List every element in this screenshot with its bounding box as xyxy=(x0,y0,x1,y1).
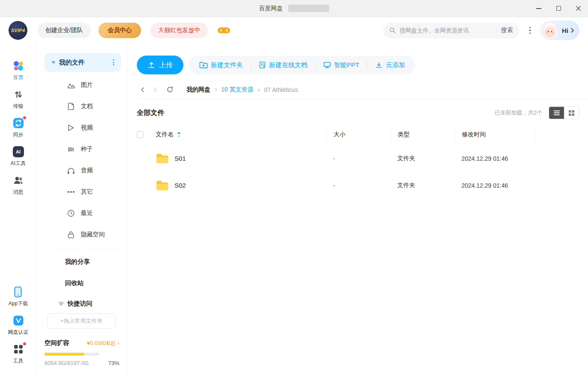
sidebar-item-recycle-bin[interactable]: 回收站 xyxy=(37,272,127,294)
lock-icon xyxy=(67,231,75,239)
sidebar-item-my-files[interactable]: 我的文件 xyxy=(44,53,121,72)
grid-view-icon xyxy=(568,110,575,116)
upload-icon xyxy=(148,61,155,69)
grid-view-button[interactable] xyxy=(564,107,579,119)
maximize-button[interactable] xyxy=(549,0,568,17)
document-icon xyxy=(67,103,75,110)
search-box: 搜索 xyxy=(383,23,519,38)
my-files-menu-button[interactable] xyxy=(111,58,116,67)
table-row[interactable]: S02 - 文件夹 2024.12.29 01:46 xyxy=(137,172,579,199)
storage-expand-label: 空间扩容 xyxy=(44,339,69,347)
sidebar-item-quick-access[interactable]: 快捷访问 xyxy=(37,294,127,313)
nav-item-sync[interactable]: 同步 xyxy=(12,117,24,138)
game-center-button[interactable] xyxy=(217,26,230,35)
user-account-button[interactable]: Hi xyxy=(540,21,579,40)
breadcrumb-bar: 我的网盘 10 英文资源 07 Athleticus xyxy=(137,80,588,99)
red-packet-promo-button[interactable]: 大额红包发放中 xyxy=(151,23,208,38)
minimize-icon xyxy=(536,8,541,9)
back-button[interactable] xyxy=(137,83,149,96)
certification-icon xyxy=(12,315,24,327)
chevron-right-icon xyxy=(570,28,574,33)
nav-item-certification[interactable]: 网盘认证 xyxy=(8,315,29,336)
sidebar-item-audio[interactable]: 音频 xyxy=(37,160,127,181)
cloud-add-button[interactable]: 云添加 xyxy=(367,61,413,69)
create-team-button[interactable]: 创建企业/团队 xyxy=(38,23,91,38)
drag-folder-dropzone[interactable]: +拖入常用文件夹 xyxy=(47,313,116,329)
column-type: 类型 xyxy=(398,131,410,138)
sidebar-item-documents[interactable]: 文档 xyxy=(37,96,127,117)
nav-label: App下载 xyxy=(9,300,28,307)
storage-usage-label: 6054.9G/8197.0G xyxy=(44,360,89,366)
list-view-icon xyxy=(553,110,560,116)
nav-item-tools[interactable]: 工具 xyxy=(12,343,24,365)
sidebar-item-others[interactable]: 其它 xyxy=(37,181,127,203)
left-rail-nav: 首页 传输 同步 AI AI工具 xyxy=(0,44,37,374)
more-menu-button[interactable] xyxy=(527,24,534,37)
sort-icon xyxy=(177,131,181,138)
sidebar-item-hidden-space[interactable]: 隐藏空间 xyxy=(37,224,127,245)
close-button[interactable] xyxy=(568,0,588,17)
storage-percent-label: 73% xyxy=(108,360,119,366)
sidebar-item-recent[interactable]: 最近 xyxy=(37,203,127,224)
svip-logo-label: SVIP4 xyxy=(11,28,25,33)
caret-down-icon xyxy=(51,61,56,64)
new-doc-icon xyxy=(259,61,266,69)
storage-price-link[interactable]: ¥0.03/GB起 › xyxy=(87,339,119,347)
file-type: 文件夹 xyxy=(390,155,455,162)
nav-label: 同步 xyxy=(13,131,24,138)
new-folder-button[interactable]: 新建文件夹 xyxy=(192,61,251,69)
file-modified: 2024.12.29 01:46 xyxy=(455,182,535,189)
forward-button[interactable] xyxy=(149,83,161,96)
new-online-doc-button[interactable]: 新建在线文档 xyxy=(251,61,315,69)
sidebar-item-images[interactable]: 图片 xyxy=(37,74,127,96)
column-modified: 修改时间 xyxy=(462,131,486,138)
folder-icon xyxy=(156,180,169,191)
greeting-label: Hi xyxy=(562,27,568,34)
upload-button[interactable]: 上传 xyxy=(137,56,183,74)
file-table: 文件名 大小 类型 修改时间 S01 - xyxy=(137,124,588,374)
search-submit-button[interactable]: 搜索 xyxy=(501,27,513,34)
window-title: 百度网盘 xyxy=(259,5,283,12)
breadcrumb-link[interactable]: 10 英文资源 xyxy=(210,86,253,94)
search-icon xyxy=(389,27,396,34)
nav-item-app-download[interactable]: App下载 xyxy=(9,286,28,307)
load-status: 已全部加载，共2个 xyxy=(495,109,542,117)
nav-label: 工具 xyxy=(13,357,24,365)
search-input[interactable] xyxy=(400,27,497,34)
nav-item-transfer[interactable]: 传输 xyxy=(12,88,24,110)
cloud-add-icon xyxy=(375,61,383,69)
sidebar-item-my-shares[interactable]: 我的分享 xyxy=(37,251,127,272)
table-row[interactable]: S01 - 文件夹 2024.12.29 01:46 xyxy=(137,145,579,172)
svip-logo[interactable]: SVIP4 xyxy=(9,21,27,40)
nav-label: AI工具 xyxy=(11,160,26,167)
storage-progress-fill xyxy=(44,353,84,356)
list-view-button[interactable] xyxy=(549,107,564,119)
breadcrumb-root[interactable]: 我的网盘 xyxy=(186,86,210,94)
file-name[interactable]: S02 xyxy=(174,182,186,189)
column-name: 文件名 xyxy=(156,131,174,138)
sidebar-item-videos[interactable]: 视频 xyxy=(37,117,127,138)
storage-panel: 空间扩容 ¥0.03/GB起 › 6054.9G/8197.0G 73% xyxy=(37,335,127,374)
member-center-button[interactable]: 会员中心 xyxy=(98,23,141,38)
transfer-icon xyxy=(12,88,24,100)
file-name[interactable]: S01 xyxy=(174,155,186,162)
sidebar-item-torrents[interactable]: Bt 种子 xyxy=(37,138,127,160)
nav-item-home[interactable]: 首页 xyxy=(12,60,24,81)
file-list-header: 全部文件 已全部加载，共2个 xyxy=(137,106,588,119)
nav-item-ai-tools[interactable]: AI AI工具 xyxy=(11,146,26,167)
redacted-text-blob xyxy=(288,5,329,12)
chevron-right-icon xyxy=(151,86,158,93)
app-download-icon xyxy=(12,286,24,298)
nav-item-messages[interactable]: 消息 xyxy=(12,174,24,196)
smart-ppt-button[interactable]: 智能PPT xyxy=(316,61,367,69)
maximize-icon xyxy=(556,6,561,11)
video-icon xyxy=(67,124,75,132)
sort-toggle[interactable] xyxy=(177,131,181,138)
image-icon xyxy=(67,82,75,89)
refresh-button[interactable] xyxy=(163,83,176,96)
header: SVIP4 创建企业/团队 会员中心 大额红包发放中 搜索 Hi xyxy=(0,17,588,44)
clock-icon xyxy=(67,209,75,217)
minimize-button[interactable] xyxy=(529,0,549,17)
select-all-checkbox[interactable] xyxy=(137,131,144,138)
folder-icon xyxy=(156,153,169,164)
